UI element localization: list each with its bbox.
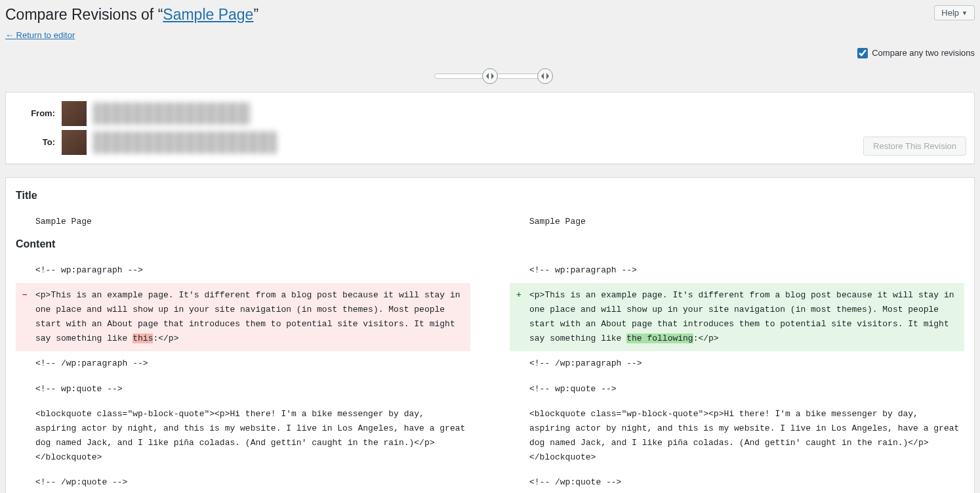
restore-revision-button: Restore This Revision — [863, 137, 966, 156]
caret-down-icon: ▼ — [962, 10, 968, 16]
content-col-left: <!-- wp:paragraph --><p>This is an examp… — [16, 258, 470, 493]
from-author-meta — [93, 102, 251, 125]
to-label: To: — [16, 137, 55, 147]
to-avatar — [62, 130, 87, 155]
diff-line: <blockquote class="wp-block-quote"><p>Hi… — [16, 402, 470, 470]
compare-two-revisions-checkbox[interactable] — [857, 48, 868, 58]
title-value-left: Sample Page — [16, 209, 470, 234]
to-row: To: — [16, 128, 964, 157]
title-section-heading: Title — [16, 190, 964, 202]
title-prefix: Compare Revisions of “ — [5, 6, 163, 23]
diff-line: <!-- wp:paragraph --> — [16, 258, 470, 283]
return-to-editor-link[interactable]: ← Return to editor — [5, 30, 75, 40]
content-diff-grid: <!-- wp:paragraph --><p>This is an examp… — [16, 258, 964, 493]
content-col-right: <!-- wp:paragraph --><p>This is an examp… — [510, 258, 964, 493]
title-col-right: Sample Page — [510, 209, 964, 234]
diff-line: <!-- wp:paragraph --> — [510, 258, 964, 283]
compare-two-label-text: Compare any two revisions — [872, 48, 975, 58]
diff-line: <p>This is an example page. It's differe… — [16, 283, 470, 351]
revision-meta-panel: From: To: Restore This Revision — [5, 92, 975, 164]
from-label: From: — [16, 108, 55, 118]
diff-line: <p>This is an example page. It's differe… — [510, 283, 964, 351]
diff-panel: Title Sample Page Sample Page Content <!… — [5, 177, 975, 493]
help-button[interactable]: Help ▼ — [934, 5, 975, 20]
slider-handle-from[interactable] — [482, 68, 498, 84]
page-name-link[interactable]: Sample Page — [163, 6, 253, 23]
revision-slider-container — [5, 63, 975, 92]
title-col-left: Sample Page — [16, 209, 470, 234]
compare-two-revisions-label[interactable]: Compare any two revisions — [857, 48, 975, 58]
diff-line: <blockquote class="wp-block-quote"><p>Hi… — [510, 402, 964, 470]
diff-line: <!-- /wp:paragraph --> — [16, 351, 470, 376]
diff-line: <!-- wp:quote --> — [16, 377, 470, 402]
help-label: Help — [941, 8, 959, 18]
content-section-heading: Content — [16, 238, 964, 250]
revision-slider-track[interactable] — [434, 74, 546, 79]
page-title: Compare Revisions of “Sample Page” — [5, 5, 258, 25]
diff-line: <!-- wp:quote --> — [510, 377, 964, 402]
title-suffix: ” — [253, 6, 258, 23]
to-author-meta — [93, 131, 277, 154]
title-value-right: Sample Page — [510, 209, 964, 234]
diff-highlight: this — [133, 333, 153, 343]
diff-highlight: the following — [626, 333, 693, 343]
diff-line: <!-- /wp:quote --> — [510, 470, 964, 493]
title-diff-grid: Sample Page Sample Page — [16, 209, 964, 234]
diff-line: <!-- /wp:quote --> — [16, 470, 470, 493]
from-avatar — [62, 101, 87, 126]
from-row: From: — [16, 99, 964, 128]
slider-handle-to[interactable] — [537, 68, 553, 84]
diff-line: <!-- /wp:paragraph --> — [510, 351, 964, 376]
